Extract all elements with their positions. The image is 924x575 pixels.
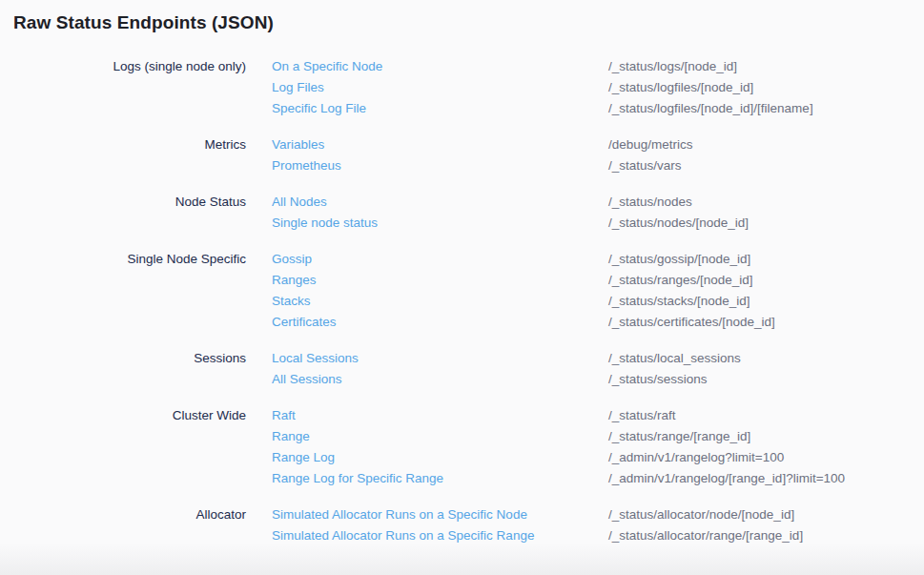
endpoint-row: All Nodes /_status/nodes: [272, 192, 924, 213]
endpoint-path: /_admin/v1/rangelog/[range_id]?limit=100: [608, 468, 845, 489]
section-category: Cluster Wide: [0, 405, 246, 426]
endpoint-row: Certificates /_status/certificates/[node…: [272, 312, 924, 333]
section-rows: Gossip /_status/gossip/[node_id] Ranges …: [272, 249, 924, 333]
endpoint-row: Gossip /_status/gossip/[node_id]: [272, 249, 924, 270]
endpoint-row: Single node status /_status/nodes/[node_…: [272, 213, 924, 234]
endpoint-link[interactable]: Range Log for Specific Range: [272, 468, 608, 489]
endpoint-path: /_status/raft: [608, 405, 676, 426]
endpoint-path: /debug/metrics: [608, 134, 693, 155]
endpoint-row: Range Log for Specific Range /_admin/v1/…: [272, 468, 924, 489]
section-metrics: Metrics Variables /debug/metrics Prometh…: [0, 134, 924, 176]
endpoint-path: /_status/vars: [608, 155, 682, 176]
section-category: Logs (single node only): [0, 56, 246, 77]
endpoint-link[interactable]: Simulated Allocator Runs on a Specific N…: [272, 504, 608, 525]
endpoint-link[interactable]: Local Sessions: [272, 348, 608, 369]
endpoint-row: Raft /_status/raft: [272, 405, 924, 426]
endpoint-path: /_status/gossip/[node_id]: [608, 249, 750, 270]
section-cluster-wide: Cluster Wide Raft /_status/raft Range /_…: [0, 405, 924, 489]
endpoint-row: Simulated Allocator Runs on a Specific N…: [272, 504, 924, 525]
endpoint-link[interactable]: Gossip: [272, 249, 608, 270]
endpoint-path: /_admin/v1/rangelog?limit=100: [608, 447, 784, 468]
endpoint-path: /_status/allocator/node/[node_id]: [608, 504, 794, 525]
endpoint-row: Range Log /_admin/v1/rangelog?limit=100: [272, 447, 924, 468]
section-rows: Raft /_status/raft Range /_status/range/…: [272, 405, 924, 489]
endpoint-link[interactable]: All Sessions: [272, 369, 608, 390]
endpoint-row: Stacks /_status/stacks/[node_id]: [272, 291, 924, 312]
section-category: Metrics: [0, 134, 246, 155]
section-sessions: Sessions Local Sessions /_status/local_s…: [0, 348, 924, 390]
section-logs: Logs (single node only) On a Specific No…: [0, 56, 924, 119]
endpoint-link[interactable]: Ranges: [272, 270, 608, 291]
endpoint-link[interactable]: Specific Log File: [272, 98, 608, 119]
endpoint-sections: Logs (single node only) On a Specific No…: [0, 56, 924, 546]
section-allocator: Allocator Simulated Allocator Runs on a …: [0, 504, 924, 546]
endpoint-path: /_status/ranges/[node_id]: [608, 270, 753, 291]
section-rows: On a Specific Node /_status/logs/[node_i…: [272, 56, 924, 119]
section-category: Node Status: [0, 192, 246, 213]
section-rows: Local Sessions /_status/local_sessions A…: [272, 348, 924, 390]
endpoint-row: On a Specific Node /_status/logs/[node_i…: [272, 56, 924, 77]
endpoint-path: /_status/logfiles/[node_id]/[filename]: [608, 98, 813, 119]
endpoint-link[interactable]: All Nodes: [272, 192, 608, 213]
section-node-status: Node Status All Nodes /_status/nodes Sin…: [0, 192, 924, 234]
endpoint-path: /_status/allocator/range/[range_id]: [608, 525, 803, 546]
endpoint-link[interactable]: Range Log: [272, 447, 608, 468]
endpoint-row: Log Files /_status/logfiles/[node_id]: [272, 77, 924, 98]
endpoint-path: /_status/certificates/[node_id]: [608, 312, 775, 333]
endpoint-path: /_status/range/[range_id]: [608, 426, 750, 447]
endpoint-link[interactable]: Log Files: [272, 77, 608, 98]
endpoint-row: Ranges /_status/ranges/[node_id]: [272, 270, 924, 291]
endpoint-row: Simulated Allocator Runs on a Specific R…: [272, 525, 924, 546]
endpoint-link[interactable]: Raft: [272, 405, 608, 426]
endpoint-link[interactable]: Prometheus: [272, 155, 608, 176]
endpoint-link[interactable]: Stacks: [272, 291, 608, 312]
endpoint-link[interactable]: On a Specific Node: [272, 56, 608, 77]
section-rows: All Nodes /_status/nodes Single node sta…: [272, 192, 924, 234]
section-category: Allocator: [0, 504, 246, 525]
endpoint-row: All Sessions /_status/sessions: [272, 369, 924, 390]
endpoint-link[interactable]: Variables: [272, 134, 608, 155]
section-category: Single Node Specific: [0, 249, 246, 270]
endpoint-link[interactable]: Range: [272, 426, 608, 447]
endpoint-path: /_status/nodes/[node_id]: [608, 213, 749, 234]
endpoint-path: /_status/nodes: [608, 192, 692, 213]
endpoint-row: Specific Log File /_status/logfiles/[nod…: [272, 98, 924, 119]
section-rows: Simulated Allocator Runs on a Specific N…: [272, 504, 924, 546]
endpoint-path: /_status/logfiles/[node_id]: [608, 77, 753, 98]
endpoint-row: Prometheus /_status/vars: [272, 155, 924, 176]
section-single-node-specific: Single Node Specific Gossip /_status/gos…: [0, 249, 924, 333]
endpoint-link[interactable]: Simulated Allocator Runs on a Specific R…: [272, 525, 608, 546]
endpoint-path: /_status/stacks/[node_id]: [608, 291, 750, 312]
section-rows: Variables /debug/metrics Prometheus /_st…: [272, 134, 924, 176]
endpoint-link[interactable]: Certificates: [272, 312, 608, 333]
endpoint-row: Local Sessions /_status/local_sessions: [272, 348, 924, 369]
endpoint-row: Range /_status/range/[range_id]: [272, 426, 924, 447]
endpoint-path: /_status/logs/[node_id]: [608, 56, 737, 77]
endpoint-path: /_status/sessions: [608, 369, 708, 390]
page-title: Raw Status Endpoints (JSON): [0, 0, 924, 33]
debug-endpoints-page: Raw Status Endpoints (JSON) Logs (single…: [0, 0, 924, 575]
endpoint-path: /_status/local_sessions: [608, 348, 741, 369]
footer-strip: [0, 543, 924, 575]
endpoint-link[interactable]: Single node status: [272, 213, 608, 234]
endpoint-row: Variables /debug/metrics: [272, 134, 924, 155]
section-category: Sessions: [0, 348, 246, 369]
